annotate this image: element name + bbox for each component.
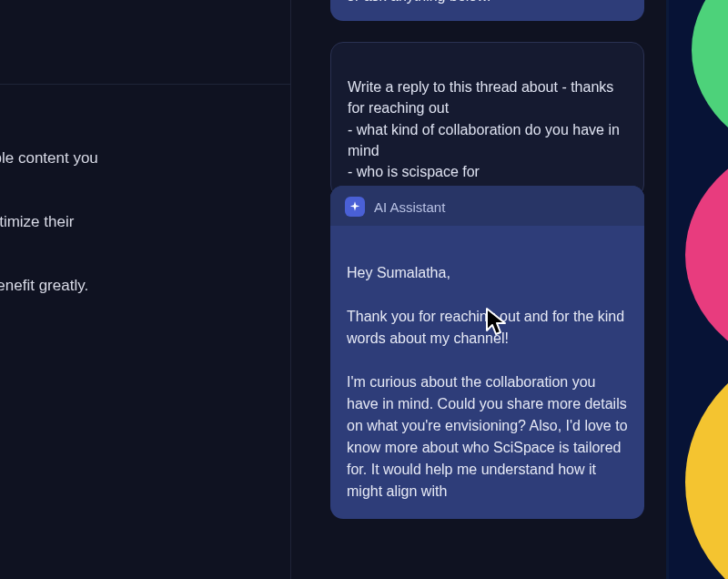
email-body-fragment: truly admire the valuable content you <box>0 147 98 170</box>
ai-chat-panel: or ask anything below. Write a reply to … <box>318 0 660 579</box>
decorative-shape <box>692 0 728 164</box>
email-body-fragment: to help researchers optimize their <box>0 210 74 234</box>
decorative-shape <box>685 346 728 579</box>
assistant-intro-text: or ask anything below. <box>347 0 490 4</box>
email-body-fragment: your audience could benefit greatly. <box>0 274 88 298</box>
assistant-reply-text: Hey Sumalatha, Thank you for reaching ou… <box>347 265 628 499</box>
divider <box>0 84 291 85</box>
assistant-message: AI Assistant Hey Sumalatha, Thank you fo… <box>330 186 644 519</box>
email-content-pane: truly admire the valuable content you to… <box>0 0 291 579</box>
assistant-label: AI Assistant <box>374 199 445 215</box>
assistant-intro-message: or ask anything below. <box>330 0 644 21</box>
sparkle-icon <box>345 197 365 217</box>
decorative-sidebar <box>666 0 728 579</box>
assistant-message-header: AI Assistant <box>330 186 644 226</box>
assistant-message-body[interactable]: Hey Sumalatha, Thank you for reaching ou… <box>330 226 644 519</box>
user-message[interactable]: Write a reply to this thread about - tha… <box>330 42 644 198</box>
user-message-text: Write a reply to this thread about - tha… <box>348 79 620 179</box>
decorative-shape <box>685 137 728 373</box>
